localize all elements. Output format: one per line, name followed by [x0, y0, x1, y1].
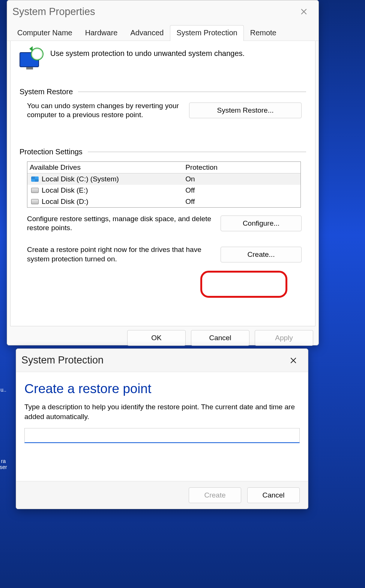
create-description: Create a restore point right now for the…	[27, 245, 212, 264]
titlebar: System Protection	[16, 349, 308, 372]
create-button[interactable]: Create	[189, 487, 241, 503]
system-properties-window: System Properties Computer Name Hardware…	[7, 0, 319, 345]
drive-protection: Off	[185, 186, 298, 194]
system-protection-icon	[20, 49, 44, 70]
restore-point-description-input[interactable]	[24, 428, 300, 443]
drive-name: Local Disk (C:) (System)	[42, 175, 119, 183]
restore-description: You can undo system changes by reverting…	[27, 101, 180, 120]
tab-system-protection[interactable]: System Protection	[170, 25, 243, 41]
section-label: System Restore	[20, 87, 73, 96]
windows-drive-icon	[31, 176, 39, 182]
drives-header: Available Drives Protection	[27, 162, 300, 173]
section-system-restore: System Restore	[20, 87, 306, 96]
table-row[interactable]: Local Disk (C:) (System) On	[27, 173, 300, 185]
col-protection: Protection	[185, 163, 298, 172]
system-restore-button[interactable]: System Restore...	[189, 103, 302, 118]
col-available-drives: Available Drives	[30, 163, 185, 172]
tab-computer-name[interactable]: Computer Name	[11, 25, 79, 41]
cancel-button[interactable]: Cancel	[247, 487, 300, 503]
create-button[interactable]: Create...	[221, 247, 302, 262]
desktop-peek: raser	[0, 458, 11, 470]
dialog-buttons: OK Cancel Apply	[7, 326, 318, 346]
tab-hardware[interactable]: Hardware	[79, 25, 124, 41]
drives-table[interactable]: Available Drives Protection Local Disk (…	[27, 161, 301, 208]
desktop-peek: u..	[0, 387, 11, 393]
tab-remote[interactable]: Remote	[244, 25, 283, 41]
configure-description: Configure restore settings, manage disk …	[27, 214, 212, 233]
drive-name: Local Disk (E:)	[42, 186, 88, 194]
close-icon[interactable]	[296, 4, 312, 20]
intro-text: Use system protection to undo unwanted s…	[50, 49, 245, 58]
section-protection-settings: Protection Settings	[20, 148, 306, 156]
configure-button[interactable]: Configure...	[221, 216, 302, 231]
system-protection-pane: Use system protection to undo unwanted s…	[10, 41, 315, 326]
close-icon[interactable]	[285, 353, 301, 368]
table-row[interactable]: Local Disk (E:) Off	[27, 185, 300, 196]
window-title: System Protection	[21, 354, 104, 366]
titlebar: System Properties	[7, 0, 318, 23]
dialog-description: Type a description to help you identify …	[24, 402, 300, 421]
window-title: System Properties	[12, 6, 95, 18]
cancel-button[interactable]: Cancel	[191, 330, 249, 346]
table-row[interactable]: Local Disk (D:) Off	[27, 196, 300, 207]
tab-advanced[interactable]: Advanced	[124, 25, 170, 41]
annotation-highlight	[200, 271, 287, 298]
drive-name: Local Disk (D:)	[42, 198, 89, 206]
ok-button[interactable]: OK	[127, 330, 186, 346]
section-label: Protection Settings	[20, 148, 83, 156]
dialog-buttons: Create Cancel	[16, 481, 308, 509]
system-protection-dialog: System Protection Create a restore point…	[16, 348, 308, 509]
drive-protection: Off	[185, 198, 298, 206]
drive-protection: On	[185, 175, 298, 183]
hdd-icon	[31, 188, 39, 193]
hdd-icon	[31, 199, 39, 204]
apply-button[interactable]: Apply	[255, 330, 313, 346]
dialog-heading: Create a restore point	[24, 381, 300, 396]
tabs: Computer Name Hardware Advanced System P…	[7, 23, 318, 41]
